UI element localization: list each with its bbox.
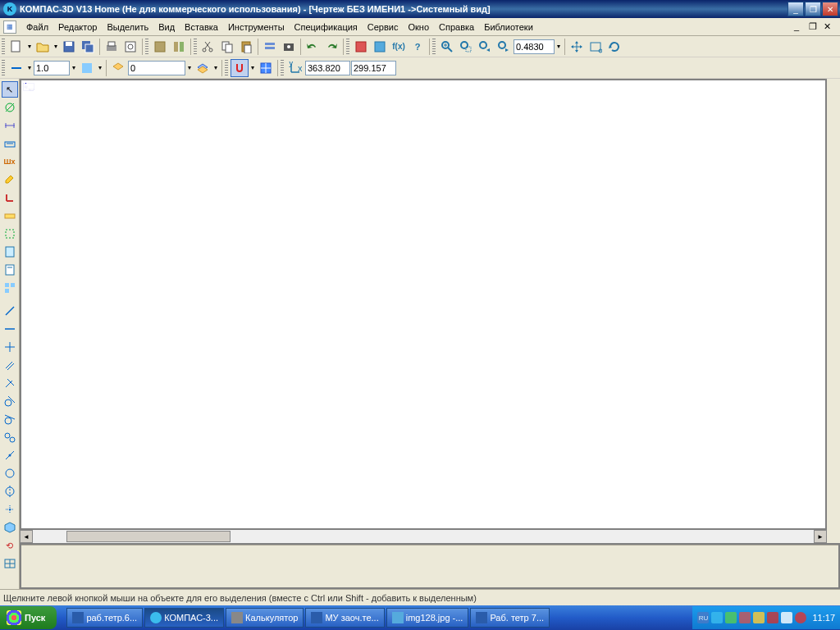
taskbar-item[interactable]: раб.тетр.6... [66, 608, 143, 628]
taskbar-item[interactable]: Калькулятор [226, 608, 304, 628]
tangent2-tool[interactable] [2, 411, 18, 427]
tray-clock[interactable]: 11:17 [812, 613, 835, 623]
tray-icon[interactable] [711, 612, 723, 623]
layer-mgr-button[interactable] [109, 59, 127, 77]
drawing-canvas[interactable]: Перв. примен. Справ. № Подп. и дата Инв.… [21, 80, 825, 528]
tray-shield-icon[interactable] [795, 612, 806, 623]
tray-icon[interactable] [739, 612, 751, 623]
linewidth-input[interactable] [34, 61, 70, 75]
menu-library[interactable]: Библиотеки [479, 21, 538, 34]
color-dropdown[interactable]: ▾ [97, 64, 103, 71]
print-button[interactable] [103, 38, 121, 56]
hline-tool[interactable] [2, 321, 18, 337]
perp-tool[interactable] [2, 375, 18, 391]
minimize-button[interactable]: _ [788, 2, 804, 16]
layer-vis-dropdown[interactable]: ▾ [212, 64, 219, 71]
layer-dropdown[interactable]: ▾ [186, 64, 193, 71]
help-button[interactable]: ? [409, 38, 427, 56]
grid-button[interactable] [257, 59, 275, 77]
manager-button[interactable] [170, 38, 188, 56]
menu-spec[interactable]: Спецификация [290, 21, 363, 34]
horizontal-scrollbar[interactable]: ◄ ► [20, 530, 840, 543]
edit-tool[interactable] [2, 171, 18, 188]
doc-restore-button[interactable]: ❐ [809, 21, 822, 33]
pan-button[interactable] [568, 38, 586, 56]
vertical-scrollbar[interactable] [827, 79, 840, 530]
taskbar-item[interactable]: Раб. тетр 7... [470, 608, 550, 628]
menu-window[interactable]: Окно [403, 21, 434, 34]
snap-button[interactable] [231, 59, 249, 77]
taskbar-item[interactable]: КОМПАС-3... [144, 608, 224, 628]
open-dropdown[interactable]: ▾ [52, 43, 59, 50]
table-tool[interactable] [2, 555, 18, 572]
views-tool[interactable] [2, 280, 18, 296]
new-button[interactable] [7, 38, 25, 56]
layer-input[interactable] [128, 61, 185, 75]
taskbar-item[interactable]: МУ заоч.те... [305, 608, 384, 628]
zoom-next-button[interactable] [495, 38, 513, 56]
copy-button[interactable] [218, 38, 236, 56]
doc-minimize-button[interactable]: _ [794, 21, 807, 33]
notation-tool[interactable] [2, 135, 18, 152]
zoom-in-button[interactable] [438, 38, 456, 56]
new-dropdown[interactable]: ▾ [26, 43, 33, 50]
geometry-tool[interactable] [2, 99, 18, 116]
linetype-button[interactable] [7, 59, 25, 77]
snap-dropdown[interactable]: ▾ [249, 64, 256, 71]
paste-button[interactable] [237, 38, 255, 56]
layer-vis-button[interactable] [194, 59, 212, 77]
menu-help[interactable]: Справка [434, 21, 479, 34]
zoom-prev-button[interactable] [476, 38, 494, 56]
cut-button[interactable] [199, 38, 217, 56]
tangent3-tool[interactable] [2, 429, 18, 445]
zoom-fit-button[interactable] [587, 38, 605, 56]
linetype-dropdown[interactable]: ▾ [26, 64, 33, 71]
params-button[interactable] [371, 38, 389, 56]
menu-editor[interactable]: Редактор [53, 21, 102, 34]
menu-select[interactable]: Выделить [102, 21, 153, 34]
tray-icon[interactable] [725, 612, 737, 623]
measure-tool[interactable] [2, 208, 18, 224]
menu-insert[interactable]: Вставка [180, 21, 223, 34]
select-tool[interactable]: ↖ [2, 81, 18, 98]
tangent-tool[interactable] [2, 393, 18, 409]
report-tool[interactable] [2, 262, 18, 278]
aux-circle-tool[interactable] [2, 465, 18, 482]
menu-file[interactable]: Файл [21, 21, 53, 34]
tray-volume-icon[interactable] [781, 612, 792, 623]
coord-x-input[interactable] [305, 61, 350, 75]
linewidth-dropdown[interactable]: ▾ [71, 64, 77, 71]
system-tray[interactable]: RU 11:17 [692, 606, 840, 629]
library-button[interactable] [151, 38, 169, 56]
menu-service[interactable]: Сервис [363, 21, 404, 34]
assoc-tool[interactable]: ⟲ [2, 537, 18, 554]
param-tool[interactable] [2, 189, 18, 206]
undo-button[interactable] [304, 38, 322, 56]
refresh-button[interactable] [605, 38, 623, 56]
zoom-dropdown[interactable]: ▾ [555, 43, 562, 50]
saveall-icon[interactable] [79, 38, 97, 56]
variables-button[interactable]: f(x) [390, 38, 408, 56]
redo-button[interactable] [322, 38, 340, 56]
maximize-button[interactable]: ❐ [805, 2, 821, 16]
point-tool[interactable] [2, 501, 18, 518]
3dtool-icon[interactable] [2, 519, 18, 536]
coordsys-button[interactable]: yx [286, 59, 304, 77]
dimension-tool[interactable] [2, 117, 18, 134]
selectset-tool[interactable] [2, 226, 18, 242]
taskbar-item[interactable]: img128.jpg -... [386, 608, 469, 628]
save-button[interactable] [60, 38, 78, 56]
properties-button[interactable] [261, 38, 279, 56]
spec-tool[interactable] [2, 244, 18, 260]
parallel-tool[interactable] [2, 357, 18, 373]
screenshot-button[interactable] [280, 38, 298, 56]
tray-icon[interactable] [767, 612, 778, 623]
menu-view[interactable]: Вид [153, 21, 180, 34]
open-button[interactable] [34, 38, 52, 56]
color-button[interactable] [78, 59, 96, 77]
construction-tool[interactable]: Шх [2, 153, 18, 170]
doc-icon[interactable]: ▦ [3, 21, 16, 34]
zoom-window-button[interactable] [457, 38, 475, 56]
bisector-tool[interactable] [2, 447, 18, 463]
close-button[interactable]: ✕ [822, 2, 838, 16]
